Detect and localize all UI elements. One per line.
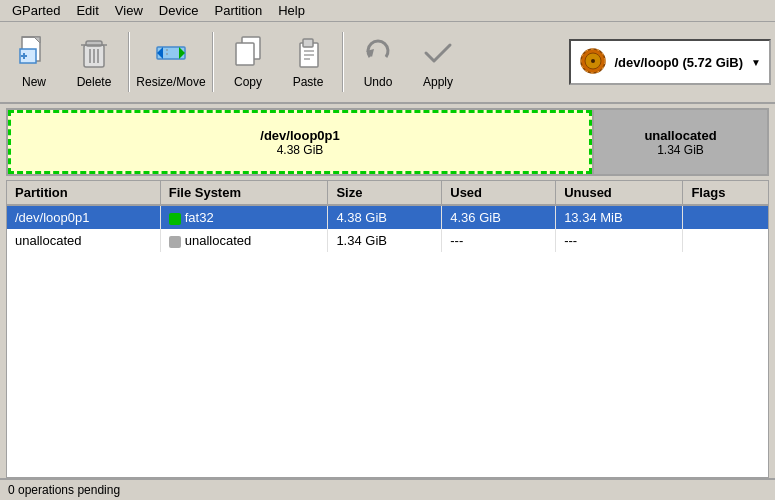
partition-table: Partition File System Size Used Unused F… <box>7 181 768 252</box>
undo-button[interactable]: Undo <box>348 26 408 98</box>
table-row[interactable]: unallocatedunallocated1.34 GiB------ <box>7 229 768 252</box>
apply-button-label: Apply <box>423 75 453 89</box>
resize-icon <box>153 35 189 71</box>
disk-partition-fat32[interactable]: /dev/loop0p1 4.38 GiB <box>8 110 592 174</box>
cell-filesystem: unallocated <box>160 229 328 252</box>
paste-icon <box>290 35 326 71</box>
paste-button[interactable]: Paste <box>278 26 338 98</box>
delete-button[interactable]: Delete <box>64 26 124 98</box>
menu-partition[interactable]: Partition <box>207 1 271 20</box>
menu-device[interactable]: Device <box>151 1 207 20</box>
col-header-partition[interactable]: Partition <box>7 181 160 205</box>
menubar: GParted Edit View Device Partition Help <box>0 0 775 22</box>
menu-view[interactable]: View <box>107 1 151 20</box>
toolbar-sep-1 <box>128 32 130 92</box>
svg-rect-16 <box>236 43 254 65</box>
toolbar: New Delete Resize/Move <box>0 22 775 104</box>
disk-unallocated[interactable]: unallocated 1.34 GiB <box>592 110 767 174</box>
col-header-flags[interactable]: Flags <box>683 181 768 205</box>
filesystem-icon <box>169 236 181 248</box>
drive-icon <box>579 47 607 78</box>
status-text: 0 operations pending <box>8 483 120 497</box>
cell-size: 1.34 GiB <box>328 229 442 252</box>
resize-button[interactable]: Resize/Move <box>134 26 208 98</box>
new-icon <box>16 35 52 71</box>
svg-point-25 <box>591 59 595 63</box>
new-button-label: New <box>22 75 46 89</box>
col-header-used[interactable]: Used <box>442 181 556 205</box>
undo-icon <box>360 35 396 71</box>
disk-visual: /dev/loop0p1 4.38 GiB unallocated 1.34 G… <box>6 108 769 176</box>
resize-button-label: Resize/Move <box>136 75 205 89</box>
paste-button-label: Paste <box>293 75 324 89</box>
partition-table-container: Partition File System Size Used Unused F… <box>6 180 769 478</box>
cell-unused: --- <box>556 229 683 252</box>
cell-flags <box>683 229 768 252</box>
toolbar-sep-3 <box>342 32 344 92</box>
cell-flags <box>683 205 768 229</box>
cell-unused: 13.34 MiB <box>556 205 683 229</box>
statusbar: 0 operations pending <box>0 478 775 500</box>
svg-rect-18 <box>303 39 313 47</box>
toolbar-sep-2 <box>212 32 214 92</box>
cell-partition: /dev/loop0p1 <box>7 205 160 229</box>
menu-gparted[interactable]: GParted <box>4 1 68 20</box>
disk-part-name-2: unallocated <box>644 128 716 143</box>
apply-button[interactable]: Apply <box>408 26 468 98</box>
col-header-unused[interactable]: Unused <box>556 181 683 205</box>
menu-edit[interactable]: Edit <box>68 1 106 20</box>
device-selector[interactable]: /dev/loop0 (5.72 GiB) ▼ <box>569 39 772 85</box>
copy-icon <box>230 35 266 71</box>
menu-help[interactable]: Help <box>270 1 313 20</box>
disk-part-size-2: 1.34 GiB <box>657 143 704 157</box>
table-body: /dev/loop0p1fat324.38 GiB4.36 GiB13.34 M… <box>7 205 768 252</box>
disk-part-name-1: /dev/loop0p1 <box>260 128 339 143</box>
device-label: /dev/loop0 (5.72 GiB) <box>615 55 744 70</box>
cell-filesystem: fat32 <box>160 205 328 229</box>
delete-button-label: Delete <box>77 75 112 89</box>
device-dropdown-arrow: ▼ <box>751 57 761 68</box>
disk-part-size-1: 4.38 GiB <box>277 143 324 157</box>
copy-button[interactable]: Copy <box>218 26 278 98</box>
copy-button-label: Copy <box>234 75 262 89</box>
apply-icon <box>420 35 456 71</box>
cell-used: --- <box>442 229 556 252</box>
table-row[interactable]: /dev/loop0p1fat324.38 GiB4.36 GiB13.34 M… <box>7 205 768 229</box>
col-header-filesystem[interactable]: File System <box>160 181 328 205</box>
cell-size: 4.38 GiB <box>328 205 442 229</box>
undo-button-label: Undo <box>364 75 393 89</box>
delete-icon <box>76 35 112 71</box>
new-button[interactable]: New <box>4 26 64 98</box>
col-header-size[interactable]: Size <box>328 181 442 205</box>
filesystem-icon <box>169 213 181 225</box>
cell-partition: unallocated <box>7 229 160 252</box>
table-header-row: Partition File System Size Used Unused F… <box>7 181 768 205</box>
cell-used: 4.36 GiB <box>442 205 556 229</box>
